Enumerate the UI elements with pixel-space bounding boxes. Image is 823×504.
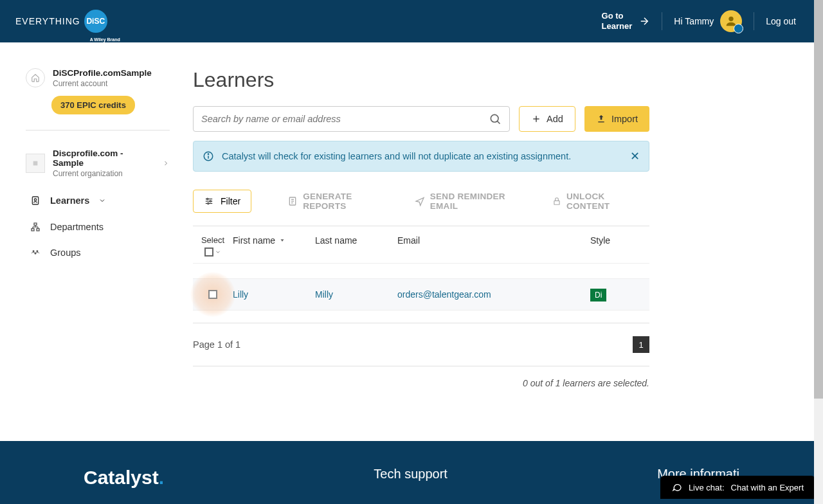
unlock-content-button[interactable]: UNLOCK CONTENT [552,192,649,211]
shield-badge-icon [734,24,743,33]
svg-rect-2 [33,161,38,166]
chat-label: Live chat: [689,483,725,492]
selection-status: 0 out of 1 learners are selected. [193,378,649,388]
org-selector[interactable]: Discprofile.com - Sample Current organiz… [26,146,170,181]
avatar-icon [720,10,742,32]
table-spacer [193,263,649,278]
import-button[interactable]: Import [584,106,649,132]
filter-label: Filter [221,196,240,206]
footer-logo-text: Catalyst [84,467,159,488]
style-badge: Di [590,289,606,302]
chat-widget[interactable]: Live chat: Chat with an Expert [660,476,815,499]
go-to-learner-link[interactable]: Go to Learner [590,8,662,34]
sidebar-item-groups[interactable]: Groups [26,240,170,266]
svg-rect-6 [32,229,34,231]
select-column-header: Select [193,235,233,256]
account-subtitle: Current account [53,79,152,88]
footer-tech-support[interactable]: Tech support [374,467,448,480]
send-icon [415,196,425,206]
last-name-cell[interactable]: Milly [315,289,397,300]
close-icon[interactable]: ✕ [630,149,640,163]
email-column-header[interactable]: Email [397,235,590,246]
search-icon[interactable] [489,113,502,125]
chat-icon [672,482,682,492]
filter-button[interactable]: Filter [193,190,251,213]
table-bottom-spacer [193,310,649,323]
sort-icon [279,237,285,244]
first-name-cell[interactable]: Lilly [233,289,315,300]
logout-label: Log out [766,16,796,26]
info-icon [203,150,214,162]
filter-icon [204,197,214,206]
greeting-text: Hi Tammy [674,16,714,26]
org-icon [26,154,45,173]
org-subtitle: Current organization [53,169,154,178]
search-box[interactable] [193,106,510,132]
svg-rect-5 [34,223,37,225]
sidebar-item-learners[interactable]: Learners [26,187,170,214]
table-row[interactable]: Lilly Milly orders@talentgear.com Di [193,278,649,310]
chevron-right-icon [162,159,170,167]
upload-icon [596,114,606,124]
logo-subtext: A Wiley Brand [90,37,120,42]
account-box: DiSCProfile.comSample Current account [26,68,170,88]
brand-logo[interactable]: EVERYTHING DiSC A Wiley Brand [15,10,107,33]
logo-disc-icon: DiSC A Wiley Brand [84,10,107,33]
user-greeting[interactable]: Hi Tammy [662,8,754,34]
svg-point-4 [34,199,36,201]
select-all-checkbox[interactable] [204,248,213,256]
svg-line-16 [497,121,500,123]
style-cell: Di [590,289,642,300]
svg-point-24 [207,198,208,199]
send-reminder-label: SEND REMINDER EMAIL [430,192,534,211]
scrollbar-thumb[interactable] [814,0,823,399]
style-column-header[interactable]: Style [590,235,642,246]
plus-icon [531,114,541,124]
page-number-button[interactable]: 1 [633,336,649,353]
generate-reports-label: GENERATE REPORTS [303,192,397,211]
send-reminder-button[interactable]: SEND REMINDER EMAIL [415,192,534,211]
scrollbar[interactable] [814,0,823,504]
alert-text: Catalyst will check for existing learner… [222,151,571,161]
row-checkbox-area [193,290,233,299]
actions-row: Filter GENERATE REPORTS SEND REMINDER EM… [193,190,649,213]
group-icon [30,248,41,257]
header-right: Go to Learner Hi Tammy Log out [590,8,808,34]
select-dropdown-icon[interactable] [215,249,221,255]
account-title: DiSCProfile.comSample [53,68,152,78]
search-input[interactable] [201,114,489,124]
page-title: Learners [193,68,649,92]
logo-text: EVERYTHING [15,16,80,26]
generate-reports-button[interactable]: GENERATE REPORTS [287,192,397,211]
email-label: Email [397,235,420,246]
email-cell[interactable]: orders@talentgear.com [397,289,590,300]
nav-departments-label: Departments [50,222,104,232]
org-title: Discprofile.com - Sample [53,148,154,168]
nav-groups-label: Groups [50,248,81,258]
svg-point-13 [36,250,38,252]
row-checkbox[interactable] [208,290,217,299]
last-name-column-header[interactable]: Last name [315,235,397,246]
footer-logo: Catalyst. [84,467,164,480]
svg-rect-33 [554,201,559,204]
chat-text: Chat with an Expert [731,483,804,492]
first-name-column-header[interactable]: First name [233,235,315,246]
arrow-right-icon [638,15,650,27]
credits-badge[interactable]: 370 EPIC credits [51,96,135,114]
svg-point-28 [208,203,209,204]
go-to-learner-label: Go to Learner [602,11,633,31]
select-label: Select [193,235,233,245]
lock-icon [552,196,561,206]
add-label: Add [547,114,563,124]
svg-point-22 [208,154,208,154]
sidebar-item-departments[interactable]: Departments [26,214,170,240]
search-row: Add Import [193,106,649,132]
svg-point-12 [33,250,35,252]
add-button[interactable]: Add [519,106,575,132]
style-label: Style [590,235,610,246]
table-header: Select First name Last name Email [193,226,649,263]
info-alert: Catalyst will check for existing learner… [193,141,649,172]
logout-link[interactable]: Log out [754,8,808,34]
home-icon [26,68,45,87]
last-name-label: Last name [315,235,357,246]
